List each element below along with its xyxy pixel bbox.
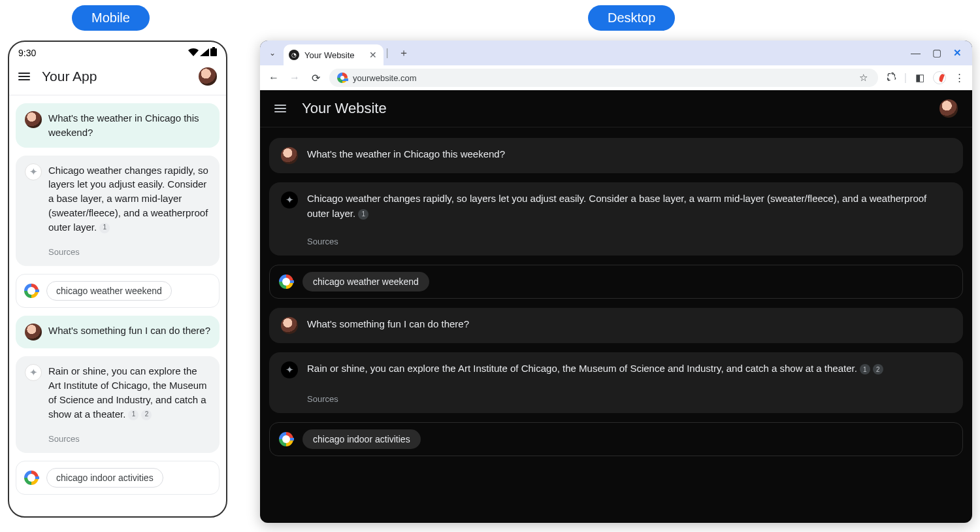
user-message: What's the weather in Chicago this weeke… — [16, 103, 220, 148]
citation-badge[interactable]: 1 — [860, 364, 870, 374]
maximize-icon[interactable]: ▢ — [932, 47, 941, 59]
user-message: What's something fun I can do there? — [269, 308, 963, 343]
close-tab-icon[interactable]: ✕ — [369, 50, 377, 60]
google-g-icon — [24, 284, 39, 298]
wifi-icon — [188, 48, 199, 58]
message-text: Chicago weather changes rapidly, so laye… — [307, 191, 951, 221]
back-icon[interactable]: ← — [267, 72, 281, 84]
sparkle-icon: ✦ — [25, 163, 42, 180]
svg-rect-0 — [212, 47, 215, 48]
desktop-label: Desktop — [588, 5, 675, 31]
citation-badge[interactable]: 2 — [141, 410, 152, 420]
kebab-menu-icon[interactable]: ⋮ — [953, 72, 966, 84]
minimize-icon[interactable]: — — [911, 47, 921, 59]
tab-title: Your Website — [304, 50, 355, 60]
battery-icon — [210, 47, 217, 58]
profile-icon[interactable] — [933, 71, 946, 84]
menu-icon[interactable] — [274, 105, 286, 112]
sparkle-icon: ✦ — [281, 191, 298, 208]
avatar[interactable] — [939, 99, 958, 118]
citation-badge[interactable]: 1 — [128, 410, 139, 420]
search-suggestion-box: chicago indoor activities — [269, 422, 963, 456]
sparkle-icon: ✦ — [281, 361, 298, 378]
search-chip[interactable]: chicago weather weekend — [302, 272, 429, 291]
sources-label[interactable]: Sources — [307, 237, 951, 246]
google-g-icon — [279, 432, 293, 446]
google-g-icon — [337, 73, 348, 83]
avatar[interactable] — [199, 67, 217, 86]
address-bar[interactable]: yourwebsite.com ☆ — [329, 69, 878, 87]
desktop-chat-body: What's the weather in Chicago this weeke… — [260, 127, 972, 467]
forward-icon[interactable]: → — [287, 72, 302, 84]
model-message: ✦ Chicago weather changes rapidly, so la… — [16, 156, 220, 267]
new-tab-button[interactable]: ＋ — [395, 44, 412, 61]
mobile-frame: 9:30 Your App What's the weather in Chic… — [8, 41, 227, 518]
sparkle-icon: ✦ — [25, 364, 42, 381]
extensions-icon[interactable] — [885, 72, 898, 84]
sources-label[interactable]: Sources — [48, 247, 210, 257]
google-g-icon — [24, 471, 39, 485]
user-message: What's something fun I can do there? — [16, 316, 220, 348]
user-avatar-icon — [25, 111, 42, 128]
search-suggestion-box: chicago weather weekend — [269, 265, 963, 299]
citation-badge[interactable]: 2 — [873, 364, 883, 374]
message-text: Chicago weather changes rapidly, so laye… — [48, 163, 210, 235]
side-panel-icon[interactable]: ◧ — [913, 72, 926, 84]
model-message: ✦ Rain or shine, you can explore the Art… — [269, 352, 963, 413]
message-text: Rain or shine, you can explore the Art I… — [48, 364, 210, 421]
mobile-label: Mobile — [72, 5, 150, 31]
svg-rect-1 — [210, 48, 217, 56]
tab-search-button[interactable]: ⌄ — [264, 44, 281, 61]
message-text: What's the weather in Chicago this weeke… — [307, 147, 505, 164]
google-g-icon — [279, 274, 293, 289]
search-chip[interactable]: chicago indoor activities — [302, 429, 421, 449]
mobile-chat-body: What's the weather in Chicago this weeke… — [9, 95, 226, 503]
search-chip[interactable]: chicago weather weekend — [46, 281, 172, 301]
user-avatar-icon — [281, 317, 298, 334]
user-avatar-icon — [281, 147, 298, 164]
search-suggestion-box: chicago indoor activities — [16, 461, 220, 495]
browser-tab-strip: ⌄ ◔ Your Website ✕ | ＋ — ▢ ✕ — [260, 41, 972, 65]
star-icon[interactable]: ☆ — [857, 72, 870, 84]
model-message: ✦ Chicago weather changes rapidly, so la… — [269, 182, 963, 256]
sources-label[interactable]: Sources — [48, 434, 210, 444]
user-avatar-icon — [25, 324, 42, 341]
url-text: yourwebsite.com — [353, 73, 417, 83]
citation-badge[interactable]: 1 — [358, 209, 368, 220]
model-message: ✦ Rain or shine, you can explore the Art… — [16, 356, 220, 453]
favicon-icon: ◔ — [289, 50, 299, 60]
user-message: What's the weather in Chicago this weeke… — [269, 138, 963, 173]
message-text: What's something fun I can do there? — [307, 317, 469, 334]
mobile-status-bar: 9:30 — [9, 42, 226, 61]
message-text: What's something fun I can do there? — [48, 324, 210, 341]
search-suggestion-box: chicago weather weekend — [16, 274, 220, 308]
site-app-bar: Your Website — [260, 90, 972, 127]
clock-text: 9:30 — [18, 48, 36, 58]
menu-icon[interactable] — [18, 73, 30, 80]
mobile-app-bar: Your App — [9, 61, 226, 95]
search-chip[interactable]: chicago indoor activities — [46, 468, 163, 488]
message-text: Rain or shine, you can explore the Art I… — [307, 361, 883, 378]
browser-tab[interactable]: ◔ Your Website ✕ — [284, 44, 384, 65]
message-text: What's the weather in Chicago this weeke… — [48, 111, 210, 140]
browser-toolbar: ← → ⟳ yourwebsite.com ☆ | ◧ ⋮ — [260, 65, 972, 90]
desktop-frame: ⌄ ◔ Your Website ✕ | ＋ — ▢ ✕ ← → ⟳ yourw… — [260, 41, 972, 523]
citation-badge[interactable]: 1 — [99, 223, 110, 233]
close-window-icon[interactable]: ✕ — [953, 47, 962, 59]
site-title: Your Website — [302, 100, 924, 117]
sources-label[interactable]: Sources — [307, 394, 951, 404]
reload-icon[interactable]: ⟳ — [308, 72, 323, 84]
app-title: Your App — [42, 69, 187, 84]
cell-signal-icon — [200, 48, 209, 58]
